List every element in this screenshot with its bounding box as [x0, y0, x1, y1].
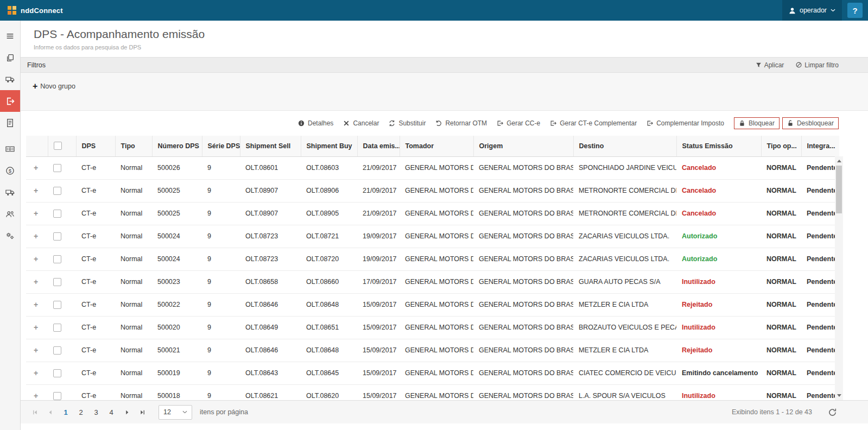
sidebar-item-banknote[interactable]	[0, 138, 20, 160]
expand-row-button[interactable]: +	[34, 163, 38, 172]
action-gerar-ct-e-complementar-button[interactable]: Gerar CT-e Complementar	[550, 119, 637, 127]
column-header-status-emiss-o[interactable]: Status Emissão	[676, 136, 761, 156]
row-checkbox[interactable]	[53, 187, 61, 195]
sidebar-item-delivery[interactable]	[0, 181, 20, 203]
next-page-button[interactable]	[121, 406, 134, 419]
sidebar-item-documents[interactable]	[0, 112, 20, 134]
row-checkbox[interactable]	[53, 369, 61, 377]
cell-shipment-buy: OLT.08720	[301, 248, 357, 270]
action-retornar-otm-button[interactable]: Retornar OTM	[435, 119, 487, 127]
prev-page-button[interactable]	[43, 406, 56, 419]
vertical-scrollbar[interactable]	[835, 156, 843, 400]
column-header-integra[interactable]: Integra...	[801, 136, 839, 156]
column-header-shipment-buy[interactable]: Shipment Buy	[301, 136, 357, 156]
action-cancelar-button[interactable]: Cancelar	[343, 119, 379, 127]
sidebar-item-menu[interactable]	[0, 25, 20, 47]
expand-row-button[interactable]: +	[34, 209, 38, 218]
sidebar-item-users[interactable]	[0, 203, 20, 225]
cell-shipment-buy: OLT.08648	[301, 339, 357, 362]
page-button-4[interactable]: 4	[104, 405, 118, 419]
table-row[interactable]: +CT-eNormal5000229OLT.08646OLT.0864815/0…	[26, 293, 839, 316]
expand-row-button[interactable]: +	[34, 323, 38, 332]
table-row[interactable]: +CT-eNormal5000209OLT.08649OLT.0865115/0…	[26, 316, 839, 339]
row-checkbox[interactable]	[53, 164, 61, 172]
expand-row-button[interactable]: +	[34, 391, 38, 400]
last-page-button[interactable]	[136, 406, 149, 419]
column-header-tipo[interactable]: Tipo	[115, 136, 152, 156]
table-row[interactable]: +CT-eNormal5000269OLT.08601OLT.0860321/0…	[26, 156, 839, 179]
cell-dps: CT-e	[76, 316, 115, 339]
table-row[interactable]: +CT-eNormal5000199OLT.08643OLT.0864515/0…	[26, 362, 839, 384]
expand-row-button[interactable]: +	[34, 277, 38, 286]
column-header-tipo-op[interactable]: Tipo op...	[761, 136, 801, 156]
column-header-origem[interactable]: Origem	[473, 136, 573, 156]
scroll-up-arrow-icon[interactable]	[835, 157, 843, 165]
sidebar-item-truck[interactable]	[0, 68, 20, 90]
apply-filter-button[interactable]: Aplicar	[756, 61, 784, 69]
sidebar-item-emission[interactable]	[0, 90, 20, 112]
filters-body: + Novo grupo	[21, 73, 868, 111]
action-substituir-button[interactable]: Substituir	[389, 119, 426, 127]
sidebar-item-settings[interactable]	[0, 225, 20, 246]
table-row[interactable]: +CT-eNormal5000239OLT.08658OLT.0866017/0…	[26, 270, 839, 293]
cell-tipo: Normal	[115, 293, 152, 316]
filters-panel-header[interactable]: Filtros Aplicar Limpar filtro	[21, 57, 868, 73]
scroll-down-arrow-icon[interactable]	[835, 391, 843, 400]
new-group-button[interactable]: + Novo grupo	[33, 82, 75, 91]
cell-data-emissao: 19/09/2017	[357, 225, 400, 248]
refresh-button[interactable]	[828, 408, 837, 416]
table-row[interactable]: +CT-eNormal5000249OLT.08723OLT.0872119/0…	[26, 225, 839, 248]
expand-row-button[interactable]: +	[34, 346, 38, 355]
expand-row-button[interactable]: +	[34, 232, 38, 241]
row-checkbox[interactable]	[53, 232, 61, 241]
column-header-dps[interactable]: DPS	[76, 136, 115, 156]
scrollbar-thumb[interactable]	[836, 166, 842, 213]
clear-filter-button[interactable]: Limpar filtro	[796, 61, 839, 69]
action-desbloquear-button[interactable]: Desbloquear	[782, 117, 839, 129]
page-size-select[interactable]: 12	[159, 405, 192, 420]
expand-row-button[interactable]: +	[34, 300, 38, 309]
cell-dps: CT-e	[76, 156, 115, 179]
expand-row-button[interactable]: +	[34, 369, 38, 377]
cell-data-emissao: 21/09/2017	[357, 179, 400, 202]
help-button[interactable]: ?	[847, 3, 863, 18]
page-button-1[interactable]: 1	[59, 405, 73, 419]
page-button-3[interactable]: 3	[89, 405, 103, 419]
page-button-2[interactable]: 2	[74, 405, 88, 419]
row-checkbox[interactable]	[53, 324, 61, 332]
row-checkbox[interactable]	[53, 346, 61, 355]
column-header-s-rie-dps[interactable]: Série DPS	[202, 136, 240, 156]
expand-row-button[interactable]: +	[34, 255, 38, 263]
table-row[interactable]: +CT-eNormal5000219OLT.08646OLT.0864815/0…	[26, 339, 839, 362]
column-header-data-emis[interactable]: Data emis...	[357, 136, 400, 156]
action-complementar-imposto-button[interactable]: Complementar Imposto	[647, 119, 724, 127]
expand-row-button[interactable]: +	[34, 186, 38, 195]
table-row[interactable]: +CT-eNormal5000259OLT.08907OLT.0890521/0…	[26, 202, 839, 225]
column-header-shipment-sell[interactable]: Shipment Sell	[240, 136, 301, 156]
table-row[interactable]: +CT-eNormal5000249OLT.08723OLT.0872019/0…	[26, 248, 839, 270]
action-bloquear-button[interactable]: Bloquear	[734, 117, 780, 129]
row-checkbox[interactable]	[53, 301, 61, 309]
table-row[interactable]: +CT-eNormal5000259OLT.08907OLT.0890621/0…	[26, 179, 839, 202]
expand-cell: +	[26, 384, 48, 400]
row-checkbox[interactable]	[53, 255, 61, 263]
column-header-destino[interactable]: Destino	[573, 136, 676, 156]
column-header-tomador[interactable]: Tomador	[400, 136, 473, 156]
action-gerar-cc-e-button[interactable]: Gerar CC-e	[497, 119, 540, 127]
row-checkbox[interactable]	[53, 278, 61, 286]
cell-tipo: Normal	[115, 384, 152, 400]
table-row[interactable]: +CT-eNormal5000189OLT.08621OLT.0862015/0…	[26, 384, 839, 400]
sidebar-item-copy[interactable]	[0, 47, 20, 68]
sidebar-item-currency[interactable]: $	[0, 160, 20, 181]
first-page-button[interactable]	[28, 406, 41, 419]
column-header-n-mero-dps[interactable]: Número DPS	[152, 136, 202, 156]
lock-icon	[739, 120, 745, 127]
row-checkbox[interactable]	[53, 210, 61, 218]
cell-numero-dps: 500026	[152, 156, 202, 179]
select-all-checkbox[interactable]	[54, 142, 62, 150]
row-checkbox[interactable]	[53, 392, 61, 400]
action-detalhes-button[interactable]: Detalhes	[298, 119, 333, 127]
user-menu[interactable]: operador	[782, 0, 842, 21]
action-label: Gerar CT-e Complementar	[560, 119, 637, 127]
plus-icon: +	[33, 82, 37, 91]
